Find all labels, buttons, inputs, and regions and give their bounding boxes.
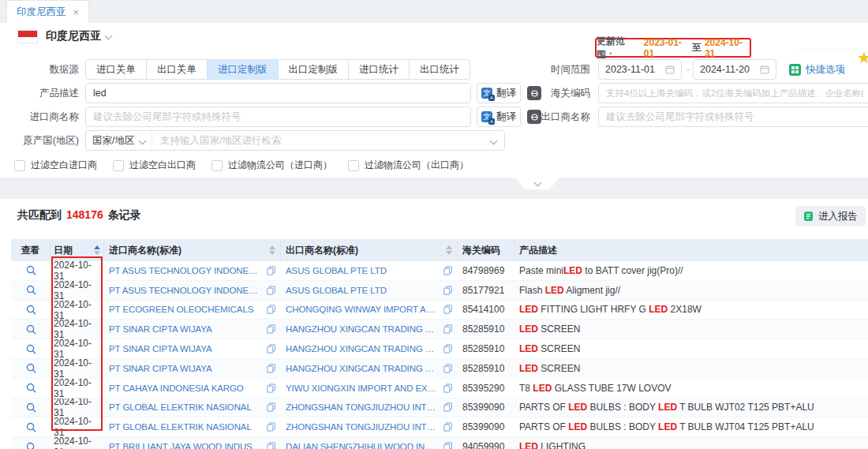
- data-source-tab-1[interactable]: 出口关单: [146, 59, 208, 80]
- exporter-link[interactable]: ZHONGSHAN TONGJIUZHOU INTERNA...: [286, 402, 440, 412]
- importer-link[interactable]: PT BRILLIANT JAYA WOOD INDUSTRY: [109, 442, 264, 449]
- copy-icon[interactable]: [443, 422, 453, 432]
- star-icon[interactable]: ★: [857, 48, 868, 67]
- copy-icon[interactable]: [443, 286, 453, 295]
- hs-code-label: 海关编码: [511, 83, 590, 103]
- view-magnifier-icon[interactable]: [26, 383, 36, 393]
- enter-report-button[interactable]: 进入报告: [795, 206, 866, 226]
- checkbox-label: 过滤物流公司（出口商）: [365, 159, 469, 172]
- date-from-input[interactable]: 2023-11-01: [598, 59, 682, 80]
- copy-icon[interactable]: [267, 324, 276, 334]
- checkbox-icon[interactable]: [211, 160, 223, 171]
- quick-options-button[interactable]: 快捷选项: [789, 63, 845, 77]
- importer-link[interactable]: PT ECOGREEN OLEOCHEMICALS: [109, 305, 264, 314]
- hs-code-cell: 85399090: [458, 417, 514, 436]
- desc-text: BULBS : BODY: [587, 421, 658, 432]
- exporter-link[interactable]: ZHONGSHAN TONGJIUZHOU INTERNA...: [286, 422, 440, 432]
- summary-suffix: 条记录: [108, 208, 141, 223]
- sort-icon[interactable]: [269, 245, 275, 255]
- checkbox-icon[interactable]: [348, 160, 359, 171]
- exporter-link[interactable]: ASUS GLOBAL PTE LTD: [286, 286, 440, 295]
- view-magnifier-icon[interactable]: [26, 285, 36, 295]
- copy-icon[interactable]: [267, 344, 276, 354]
- origin-search-input[interactable]: 支持输入国家/地区进行检索: [152, 134, 491, 148]
- chevron-down-icon[interactable]: [490, 137, 498, 144]
- copy-icon[interactable]: [267, 364, 276, 373]
- importer-link[interactable]: PT SINAR CIPTA WIJAYA: [109, 324, 264, 334]
- copy-icon[interactable]: [443, 344, 453, 354]
- importer-cell: PT ASUS TECHNOLOGY INDONESIA BA...: [104, 261, 281, 280]
- data-source-tab-2-active[interactable]: 进口定制版: [207, 59, 279, 80]
- checkbox-icon[interactable]: [14, 160, 25, 171]
- copy-icon[interactable]: [267, 286, 276, 295]
- exporter-link[interactable]: HANGZHOU XINGCAN TRADING CO LTD: [286, 344, 440, 354]
- copy-icon[interactable]: [443, 324, 453, 334]
- exporter-link[interactable]: YIWU XIONGXIN IMPORT AND EXPORT...: [286, 384, 440, 393]
- importer-link[interactable]: PT CAHAYA INDONESIA KARGO: [109, 384, 264, 393]
- desc-text: Paste mini: [519, 265, 563, 276]
- data-source-tab-0[interactable]: 进口关单: [85, 59, 147, 80]
- desc-text: PARTS OF: [519, 421, 568, 432]
- exporter-link[interactable]: HANGZHOU XINGCAN TRADING CO LTD: [286, 364, 440, 373]
- view-magnifier-icon[interactable]: [26, 402, 36, 413]
- checkbox-filter-blank-exporter[interactable]: 过滤空白出口商: [113, 159, 196, 172]
- copy-icon[interactable]: [267, 422, 276, 432]
- sort-icon[interactable]: [446, 245, 452, 255]
- exporter-link[interactable]: CHONGQING WINWAY IMPORT AND E...: [286, 305, 440, 314]
- data-source-tab-4[interactable]: 进口统计: [348, 59, 410, 80]
- tab-indonesia[interactable]: 印度尼西亚 ×: [6, 0, 89, 23]
- column-header-2[interactable]: 进口商名称(标准): [104, 239, 281, 261]
- exporter-link[interactable]: ASUS GLOBAL PTE LTD: [286, 266, 440, 275]
- copy-icon[interactable]: [267, 442, 276, 449]
- hs-code-input[interactable]: [598, 83, 868, 103]
- checkbox-filter-logistics-importer[interactable]: 过滤物流公司（进口商）: [211, 159, 332, 172]
- view-magnifier-icon[interactable]: [26, 344, 36, 354]
- importer-link[interactable]: PT ASUS TECHNOLOGY INDONESIA BA...: [109, 266, 264, 275]
- tab-close-icon[interactable]: ×: [73, 6, 80, 18]
- product-desc-input[interactable]: [85, 83, 471, 103]
- checkbox-filter-logistics-exporter[interactable]: 过滤物流公司（出口商）: [348, 159, 469, 172]
- copy-icon[interactable]: [443, 442, 453, 449]
- importer-link[interactable]: PT SINAR CIPTA WIJAYA: [109, 364, 264, 373]
- copy-icon[interactable]: [443, 266, 453, 275]
- column-header-1[interactable]: 日期: [51, 239, 104, 261]
- copy-icon[interactable]: [443, 402, 453, 412]
- checkbox-filter-blank-importer[interactable]: 过滤空白进口商: [14, 159, 97, 172]
- importer-link[interactable]: PT GLOBAL ELEKTRIK NASIONAL: [109, 402, 264, 412]
- view-magnifier-icon[interactable]: [26, 422, 36, 432]
- data-source-tab-3[interactable]: 出口定制版: [278, 59, 350, 80]
- copy-icon[interactable]: [443, 364, 453, 373]
- importer-link[interactable]: PT ASUS TECHNOLOGY INDONESIA BA...: [109, 286, 264, 295]
- sort-icon[interactable]: [94, 245, 100, 255]
- exporter-link[interactable]: HANGZHOU XINGCAN TRADING CO LTD: [286, 324, 440, 334]
- view-magnifier-icon[interactable]: [26, 442, 36, 449]
- chevron-down-icon[interactable]: [105, 32, 113, 40]
- copy-icon[interactable]: [443, 384, 453, 393]
- exporter-link[interactable]: DALIAN SHENGZHIHUI WOOD INDUST...: [286, 442, 440, 449]
- results-summary: 共匹配到 148176 条记录: [17, 208, 141, 223]
- copy-icon[interactable]: [267, 305, 276, 314]
- copy-icon[interactable]: [443, 305, 453, 314]
- hs-code-cell: 85177921: [458, 281, 514, 300]
- importer-link[interactable]: PT GLOBAL ELEKTRIK NASIONAL: [109, 422, 264, 432]
- copy-icon[interactable]: [267, 384, 276, 393]
- importer-input[interactable]: [85, 107, 471, 127]
- results-table: 查看日期进口商名称(标准)出口商名称(标准)海关编码产品描述 2024-10-3…: [11, 239, 868, 449]
- date-to-input[interactable]: 2024-11-20: [693, 59, 776, 80]
- collapse-form-handle[interactable]: [515, 178, 559, 189]
- origin-country-select[interactable]: 国家/地区: [86, 131, 152, 150]
- importer-link[interactable]: PT SINAR CIPTA WIJAYA: [109, 344, 264, 354]
- copy-icon[interactable]: [267, 402, 276, 412]
- desc-text: GLASS TUBE 17W LOVOV: [552, 383, 671, 394]
- copy-icon[interactable]: [267, 266, 276, 275]
- view-magnifier-icon[interactable]: [26, 324, 36, 335]
- exporter-input[interactable]: [598, 107, 868, 127]
- column-header-3[interactable]: 出口商名称(标准): [281, 239, 458, 261]
- view-magnifier-icon[interactable]: [26, 265, 36, 275]
- data-source-tab-5[interactable]: 出口统计: [409, 59, 470, 80]
- view-magnifier-icon[interactable]: [26, 363, 36, 373]
- view-magnifier-icon[interactable]: [26, 305, 36, 315]
- product-desc-cell: PARTS OF LED BULBS : BODY LED T BULB WJT…: [514, 398, 868, 417]
- view-cell: [11, 417, 51, 436]
- checkbox-icon[interactable]: [113, 160, 124, 171]
